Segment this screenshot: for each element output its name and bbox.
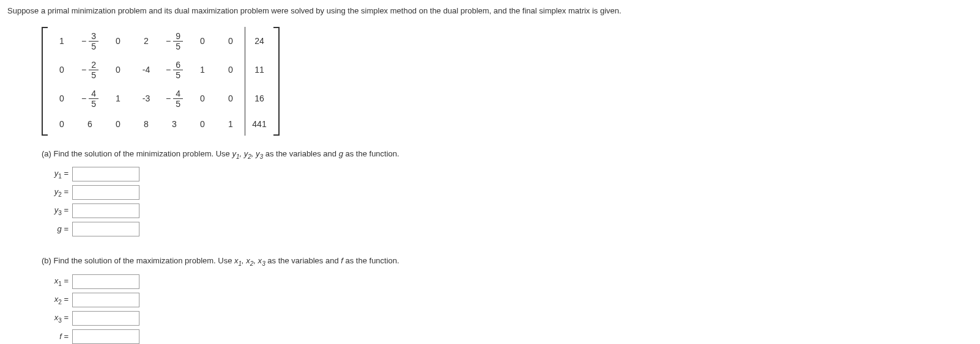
part-a-answers: y1 = y2 = y3 = g = <box>42 167 973 236</box>
x2-input[interactable] <box>72 293 139 307</box>
matrix-cell: 1 <box>104 84 132 113</box>
matrix-cell: 0 <box>188 113 217 136</box>
matrix-cell: 3 <box>160 113 188 136</box>
matrix-cell: −25 <box>76 56 104 84</box>
part-b-answers: x1 = x2 = x3 = f = <box>42 274 973 344</box>
part-b-text: (b) Find the solution of the maximizatio… <box>42 255 973 268</box>
matrix-cell: −65 <box>160 56 188 84</box>
simplex-matrix: 1−3502−9500240−250-4−6510110−451-3−45001… <box>42 27 973 136</box>
matrix-row: 0−451-3−450016 <box>48 84 273 113</box>
matrix-row: 0−250-4−651011 <box>48 56 273 84</box>
matrix-cell: −35 <box>76 27 104 56</box>
matrix-cell: 0 <box>188 84 217 113</box>
y3-row: y3 = <box>42 203 973 218</box>
matrix-cell: 8 <box>132 113 160 136</box>
matrix-cell: 1 <box>217 113 245 136</box>
part-a-text: (a) Find the solution of the minimizatio… <box>42 148 973 161</box>
part-b-vars: x1, x2, x3 <box>234 256 265 265</box>
matrix-cell: 1 <box>188 56 217 84</box>
matrix-cell: 0 <box>188 27 217 56</box>
matrix-cell: 0 <box>48 113 76 136</box>
matrix-cell: 0 <box>104 113 132 136</box>
g-row: g = <box>42 222 973 236</box>
matrix-cell: 0 <box>217 27 245 56</box>
y3-input[interactable] <box>72 203 139 218</box>
matrix-row: 1−3502−950024 <box>48 27 273 56</box>
x3-row: x3 = <box>42 311 973 326</box>
matrix-cell: -4 <box>132 56 160 84</box>
matrix-table: 1−3502−9500240−250-4−6510110−451-3−45001… <box>48 27 273 136</box>
part-a-vars: y1, y2, y3 <box>232 149 263 158</box>
x1-row: x1 = <box>42 274 973 289</box>
y2-input[interactable] <box>72 185 139 200</box>
matrix-cell: 0 <box>104 27 132 56</box>
x2-row: x2 = <box>42 293 973 307</box>
matrix-cell: −45 <box>160 84 188 113</box>
matrix-cell: 0 <box>217 84 245 113</box>
problem-statement: Suppose a primal minimization problem an… <box>7 5 973 17</box>
f-row: f = <box>42 329 973 344</box>
matrix-left-bracket <box>42 27 48 136</box>
matrix-cell: −95 <box>160 27 188 56</box>
x3-input[interactable] <box>72 311 139 326</box>
matrix-cell: −45 <box>76 84 104 113</box>
matrix-cell: 6 <box>76 113 104 136</box>
matrix-cell: 2 <box>132 27 160 56</box>
matrix-cell: 11 <box>245 56 274 84</box>
matrix-cell: 0 <box>48 56 76 84</box>
matrix-cell: 24 <box>245 27 274 56</box>
x1-input[interactable] <box>72 274 139 289</box>
matrix-cell: 16 <box>245 84 274 113</box>
f-input[interactable] <box>72 329 139 344</box>
y2-row: y2 = <box>42 185 973 200</box>
matrix-cell: 441 <box>245 113 274 136</box>
matrix-row: 0608301441 <box>48 113 273 136</box>
g-input[interactable] <box>72 222 139 236</box>
matrix-cell: 0 <box>48 84 76 113</box>
matrix-cell: -3 <box>132 84 160 113</box>
matrix-right-bracket <box>273 27 280 136</box>
y1-input[interactable] <box>72 167 139 181</box>
y1-row: y1 = <box>42 167 973 181</box>
matrix-cell: 1 <box>48 27 76 56</box>
matrix-cell: 0 <box>104 56 132 84</box>
matrix-cell: 0 <box>217 56 245 84</box>
